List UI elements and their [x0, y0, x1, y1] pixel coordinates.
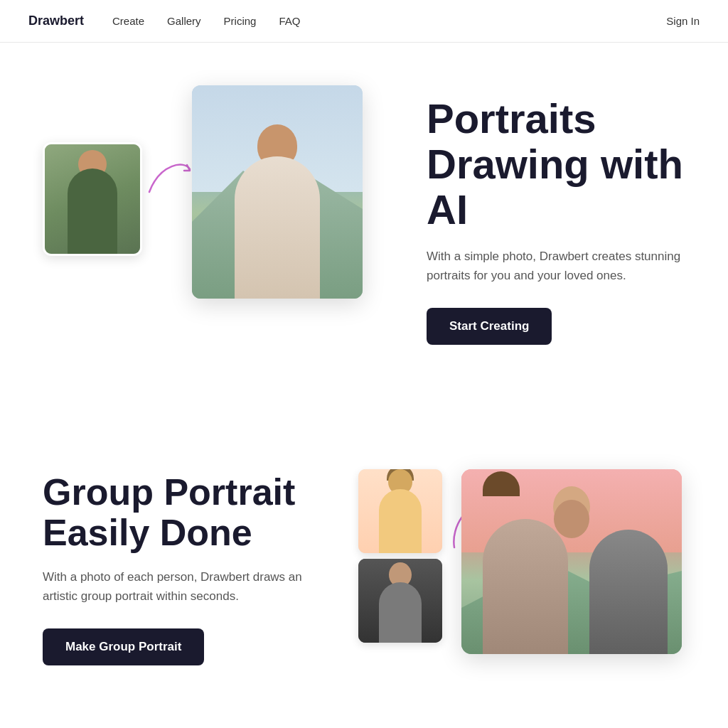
group-images: [358, 469, 685, 668]
nav-create[interactable]: Create: [112, 15, 144, 27]
hero-text: Portraits Drawing with AI With a simple …: [412, 96, 685, 345]
nav-faq[interactable]: FAQ: [279, 15, 300, 27]
start-creating-button[interactable]: Start Creating: [427, 308, 552, 345]
logo[interactable]: Drawbert: [28, 14, 84, 28]
hero-images: [43, 85, 384, 355]
transform-arrow: [146, 156, 196, 199]
thumb-woman: [358, 469, 442, 553]
group-title: Group Portrait Easily Done: [43, 472, 316, 553]
group-section: Group Portrait Easily Done With a photo …: [0, 412, 728, 725]
group-result-inner: [461, 469, 682, 654]
signin-button[interactable]: Sign In: [666, 15, 700, 27]
portrait-body: [235, 156, 320, 299]
thumb-body-woman: [379, 489, 422, 553]
hero-title: Portraits Drawing with AI: [427, 96, 685, 232]
thumb-man: [358, 559, 442, 643]
group-body-woman: [483, 519, 568, 654]
group-body-man: [589, 530, 668, 654]
hero-section: Portraits Drawing with AI With a simple …: [0, 43, 728, 412]
hero-subtitle: With a simple photo, Drawbert creates st…: [427, 247, 685, 285]
portrait-result-inner: [192, 85, 363, 299]
original-photo-inner: [45, 144, 140, 254]
group-result: [461, 469, 682, 654]
navbar: Drawbert Create Gallery Pricing FAQ Sign…: [0, 0, 728, 43]
original-photo: [43, 142, 142, 256]
group-text: Group Portrait Easily Done With a photo …: [43, 472, 316, 666]
person-body-small: [68, 168, 117, 254]
portrait-result: [192, 85, 363, 299]
thumb-body-man: [379, 582, 422, 643]
make-group-portrait-button[interactable]: Make Group Portrait: [43, 628, 204, 665]
group-thumbs: [358, 469, 444, 643]
nav-gallery[interactable]: Gallery: [167, 15, 201, 27]
group-head-man: [554, 500, 589, 538]
nav-links: Create Gallery Pricing FAQ: [112, 15, 666, 27]
group-subtitle: With a photo of each person, Drawbert dr…: [43, 567, 316, 606]
nav-pricing[interactable]: Pricing: [224, 15, 257, 27]
